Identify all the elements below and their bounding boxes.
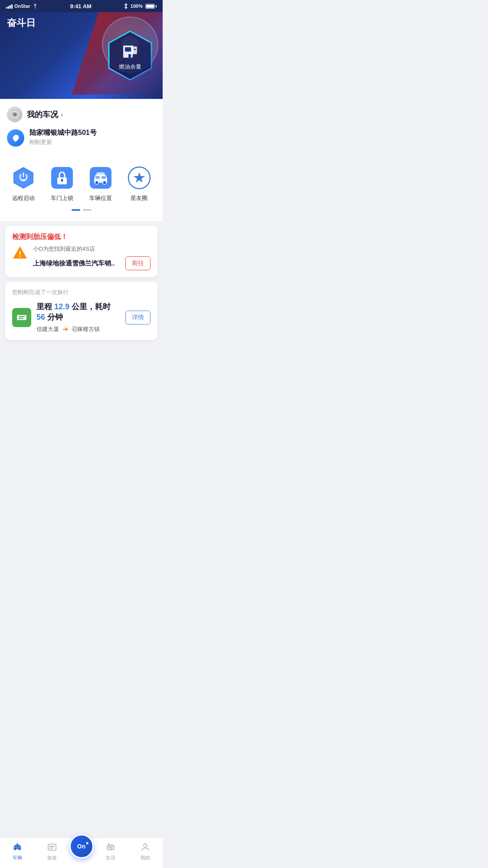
chevron-icon: › — [61, 111, 63, 118]
fuel-pump-icon — [121, 40, 139, 59]
trip-stats: 里程 12.9 公里，耗时 56 分钟 — [36, 301, 120, 322]
warning-icon: ! — [12, 245, 28, 261]
goto-button[interactable]: 前往 — [125, 256, 151, 270]
status-right: 100% — [124, 3, 157, 9]
trip-detail-button[interactable]: 详情 — [125, 311, 151, 324]
trip-distance-label: 里程 — [36, 302, 52, 311]
signal-icon — [6, 3, 13, 9]
svg-rect-19 — [21, 180, 26, 181]
remote-start-icon-container — [11, 166, 36, 190]
vehicle-location-icon — [89, 166, 112, 190]
action-label-vehicle-location: 车辆位置 — [89, 194, 112, 202]
trip-card: 您刚刚完成了一次旅行 里程 12.9 公里，耗时 56 分钟 信建大厦 — [5, 282, 157, 340]
location-row: 陆家嘴银城中路501号 刚刚更新 — [7, 125, 156, 148]
svg-point-26 — [103, 181, 106, 184]
buick-logo — [7, 107, 23, 122]
svg-rect-28 — [102, 176, 106, 179]
trip-duration-unit: 分钟 — [47, 313, 63, 321]
route-arrow-icon: ➜ — [62, 325, 68, 333]
trip-distance: 12.9 — [54, 302, 69, 311]
car-status-section: 我的车况 › 陆家嘴银城中路501号 刚刚更新 — [0, 99, 163, 154]
car-status-header[interactable]: 我的车况 › — [7, 104, 156, 125]
location-address: 陆家嘴银城中路501号 — [29, 128, 97, 138]
action-label-star-circle: 星友圈 — [131, 194, 147, 202]
door-lock-icon — [50, 166, 74, 190]
action-door-lock[interactable]: 车门上锁 — [43, 162, 82, 206]
remote-start-icon — [12, 166, 35, 190]
fuel-hex-content: 燃油余量 — [119, 40, 141, 71]
svg-point-13 — [15, 112, 17, 117]
trip-route: 信建大厦 ➜ 召稼楼古镇 — [36, 325, 120, 333]
dot-1 — [72, 209, 80, 211]
wifi-icon — [32, 4, 38, 9]
svg-point-25 — [95, 181, 98, 184]
status-bar: OnStar 9:41 AM 100% — [0, 0, 163, 12]
trip-to: 召稼楼古镇 — [72, 325, 100, 333]
car-status-title: 我的车况 › — [27, 109, 63, 120]
trip-icon — [12, 308, 31, 327]
action-star-circle[interactable]: 星友圈 — [120, 162, 158, 206]
trip-from: 信建大厦 — [36, 325, 59, 333]
alert-card: 检测到胎压偏低！ ! 小O为您找到最近的4S店 上海绿地徐通雪佛兰汽车销.. 前… — [5, 226, 157, 277]
status-time: 9:41 AM — [70, 3, 92, 10]
hero-section: 奋斗日 — [0, 12, 163, 99]
svg-text:!: ! — [19, 250, 21, 259]
status-left: OnStar — [6, 3, 38, 9]
trip-distance-unit: 公里，耗时 — [72, 302, 111, 311]
battery-icon — [145, 4, 157, 9]
bluetooth-icon — [124, 3, 128, 9]
svg-rect-7 — [134, 49, 136, 50]
carrier-name: OnStar — [14, 3, 30, 9]
trip-body: 里程 12.9 公里，耗时 56 分钟 信建大厦 ➜ 召稼楼古镇 详情 — [12, 301, 151, 333]
location-icon — [7, 129, 24, 147]
page-title: 奋斗日 — [7, 16, 36, 29]
page-indicator — [4, 206, 158, 217]
star-circle-icon-container — [127, 166, 151, 190]
svg-point-0 — [35, 7, 36, 8]
svg-rect-18 — [20, 179, 26, 180]
actions-grid: 远程启动 — [4, 162, 158, 206]
trip-header: 您刚刚完成了一次旅行 — [12, 288, 151, 296]
dot-2 — [83, 209, 92, 211]
trip-info: 里程 12.9 公里，耗时 56 分钟 信建大厦 ➜ 召稼楼古镇 — [36, 301, 120, 333]
svg-rect-27 — [95, 176, 100, 179]
alert-body: ! 小O为您找到最近的4S店 上海绿地徐通雪佛兰汽车销.. 前往 — [12, 245, 151, 270]
fuel-widget[interactable]: 燃油余量 — [106, 29, 154, 82]
svg-point-15 — [14, 136, 17, 139]
svg-rect-23 — [62, 180, 63, 182]
trip-duration: 56 — [36, 313, 45, 321]
action-label-remote-start: 远程启动 — [12, 194, 35, 202]
svg-rect-5 — [125, 47, 131, 52]
svg-rect-6 — [133, 46, 137, 54]
star-icon — [128, 166, 151, 190]
svg-rect-33 — [17, 315, 26, 320]
alert-title: 检测到胎压偏低！ — [12, 233, 151, 242]
svg-rect-9 — [128, 54, 131, 58]
quick-actions-section: 远程启动 — [0, 154, 163, 221]
vehicle-location-icon-container — [88, 166, 113, 190]
alert-content: 小O为您找到最近的4S店 上海绿地徐通雪佛兰汽车销.. 前往 — [33, 245, 151, 270]
action-label-door-lock: 车门上锁 — [51, 194, 73, 202]
action-remote-start[interactable]: 远程启动 — [4, 162, 43, 206]
svg-marker-30 — [134, 172, 145, 183]
fuel-label: 燃油余量 — [119, 63, 141, 71]
alert-dealer-row: 上海绿地徐通雪佛兰汽车销.. 前往 — [33, 256, 151, 270]
door-lock-icon-container — [50, 166, 74, 190]
dealer-name: 上海绿地徐通雪佛兰汽车销.. — [33, 259, 122, 268]
location-details: 陆家嘴银城中路501号 刚刚更新 — [29, 128, 97, 146]
location-update-time: 刚刚更新 — [29, 138, 97, 146]
action-vehicle-location[interactable]: 车辆位置 — [82, 162, 120, 206]
battery-percent: 100% — [131, 3, 143, 9]
alert-subtitle: 小O为您找到最近的4S店 — [33, 245, 151, 253]
